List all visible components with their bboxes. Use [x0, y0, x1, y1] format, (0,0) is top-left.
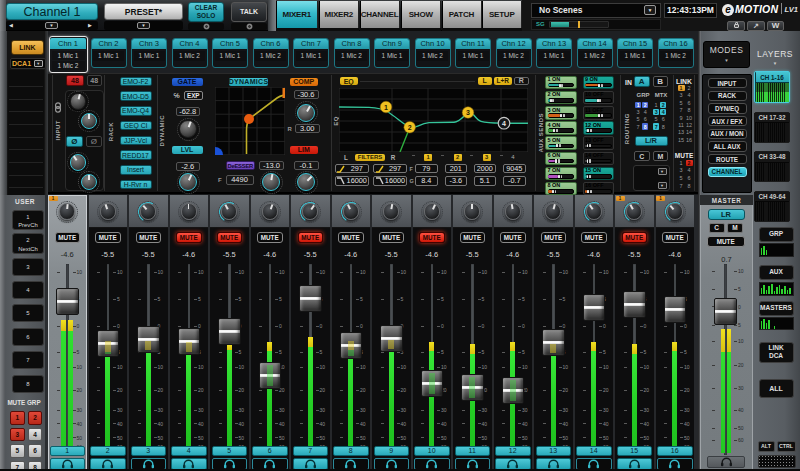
- svg-text:1: 1: [384, 103, 388, 110]
- svg-text:3: 3: [466, 109, 470, 116]
- svg-text:4: 4: [502, 119, 506, 126]
- svg-text:2: 2: [408, 123, 412, 130]
